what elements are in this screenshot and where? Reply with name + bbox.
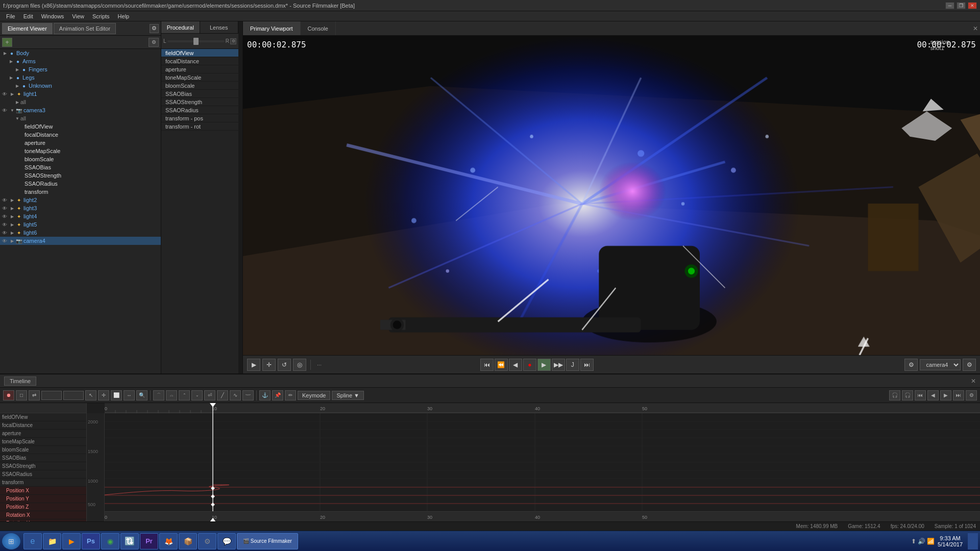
tree-item-focalDistance[interactable]: focalDistance	[0, 131, 161, 139]
proc-item-fieldOfView[interactable]: fieldOfView	[161, 49, 238, 57]
prev-frame-button[interactable]: ⏪	[495, 359, 508, 371]
headphones-right-button[interactable]: 🎧	[902, 390, 913, 400]
move-button[interactable]: ✛	[98, 390, 109, 400]
ease-out-button[interactable]: ⌓	[166, 390, 177, 400]
slider-settings-button[interactable]: ⚙	[230, 38, 236, 44]
expand-arrow[interactable]: ▶	[9, 205, 15, 211]
expand-arrow[interactable]: ▶	[14, 83, 20, 89]
tree-item-toneMapScale[interactable]: toneMapScale	[0, 147, 161, 155]
eye-icon[interactable]: 👁	[2, 214, 9, 219]
menu-windows[interactable]: Windows	[37, 11, 68, 21]
tree-item-light5[interactable]: 👁 ▶ ✦ light5	[0, 220, 161, 229]
camera-settings-button[interactable]: ⚙	[963, 359, 976, 371]
settings-button[interactable]: ⚙	[904, 359, 918, 371]
tree-item-aperture[interactable]: aperture	[0, 139, 161, 147]
timeline-close-button[interactable]: ✕	[971, 378, 976, 385]
slider-thumb[interactable]	[193, 38, 199, 45]
play-pause-button[interactable]: ▶	[537, 359, 551, 371]
drag-button[interactable]: ⬜	[111, 390, 122, 400]
linear-button[interactable]: ⌄	[191, 390, 203, 400]
restore-button[interactable]: ❐	[957, 2, 966, 9]
settings-button[interactable]: ⚙	[149, 38, 159, 47]
camera-select[interactable]: camera4	[920, 359, 961, 370]
ease-both-button[interactable]: ⌃	[179, 390, 190, 400]
tree-item-all-light1[interactable]: ▶ all	[0, 98, 161, 106]
tree-item-light4[interactable]: 👁 ▶ ✦ light4	[0, 212, 161, 220]
eye-icon[interactable]: 👁	[2, 108, 9, 113]
tree-item-fieldOfView[interactable]: fieldOfView	[0, 122, 161, 131]
tl-input1[interactable]	[41, 391, 62, 400]
expand-arrow[interactable]: ▶	[14, 66, 20, 72]
proc-item-bloomScale[interactable]: bloomScale	[161, 82, 238, 90]
tree-item-light6[interactable]: 👁 ▶ ✦ light6	[0, 229, 161, 237]
tab-lenses[interactable]: Lenses	[200, 21, 239, 33]
taskbar-app-ie[interactable]: e	[23, 533, 42, 549]
expand-arrow[interactable]: ▶	[9, 197, 15, 203]
headphones-left-button[interactable]: 🎧	[889, 390, 900, 400]
proc-item-SSAORadius[interactable]: SSAORadius	[161, 106, 238, 114]
eye-icon[interactable]: 👁	[2, 230, 9, 236]
tree-item-camera4[interactable]: 👁 ▶ 📷 camera4	[0, 237, 161, 245]
tree-item-light1[interactable]: 👁 ▶ ✦ light1	[0, 90, 161, 98]
next-button[interactable]: ▶▶	[552, 359, 565, 371]
proc-scrollbar[interactable]	[238, 21, 242, 373]
eye-icon[interactable]: 👁	[2, 206, 9, 211]
next-key-tl-button[interactable]: ⏭	[953, 390, 964, 400]
taskbar-sfm-active[interactable]: 🎬 Source Filmmaker	[237, 533, 298, 549]
tl-settings-button[interactable]: ⚙	[966, 390, 977, 400]
resize-button[interactable]: ↔	[124, 390, 135, 400]
close-button[interactable]: ✕	[968, 2, 977, 9]
expand-arrow[interactable]: ▶	[9, 238, 15, 244]
cursor-button[interactable]: ↖	[85, 390, 96, 400]
tl-input2[interactable]	[63, 391, 84, 400]
expand-arrow[interactable]: ▼	[9, 107, 15, 113]
volume-icon[interactable]: 🔊	[918, 538, 925, 545]
tree-item-SSAOStrength[interactable]: SSAOStrength	[0, 171, 161, 180]
tree-item-fingers[interactable]: ▶ ● Fingers	[0, 65, 161, 73]
menu-file[interactable]: File	[2, 11, 19, 21]
tab-element-viewer[interactable]: Element Viewer	[2, 23, 53, 34]
proc-item-toneMapScale[interactable]: toneMapScale	[161, 73, 238, 82]
eye-icon[interactable]: 👁	[2, 238, 9, 244]
taskbar-app-chrome[interactable]: ◉	[101, 533, 119, 549]
tree-item-transform[interactable]: transform	[0, 188, 161, 196]
menu-help[interactable]: Help	[114, 11, 134, 21]
record-button[interactable]: ●	[523, 359, 536, 371]
transform-button[interactable]: ✛	[262, 359, 276, 371]
minimize-button[interactable]: ─	[945, 2, 954, 9]
panel-settings-button[interactable]: ⚙	[150, 24, 159, 33]
expand-arrow[interactable]: ▶	[9, 213, 15, 219]
taskbar-app-discord[interactable]: 💬	[217, 533, 236, 549]
tangent-button[interactable]: ╱	[217, 390, 228, 400]
camera-button[interactable]: ◎	[293, 359, 306, 371]
step-back-button[interactable]: ◀	[509, 359, 522, 371]
taskbar-app-steam[interactable]: 📦	[179, 533, 197, 549]
show-desktop-button[interactable]	[968, 533, 978, 549]
spline-button[interactable]: Spline ▼	[332, 391, 364, 400]
next-frame-tl-button[interactable]: ▶	[940, 390, 951, 400]
anchor-button[interactable]: ⚓	[259, 390, 271, 400]
tl-record-button[interactable]: ⏺	[3, 390, 14, 400]
prev-key-button[interactable]: ⏮	[915, 390, 926, 400]
tree-item-legs[interactable]: ▶ ● Legs	[0, 73, 161, 82]
zoom-button[interactable]: 🔍	[136, 390, 148, 400]
proc-item-aperture[interactable]: aperture	[161, 65, 238, 73]
taskbar-app-firefox[interactable]: 🦊	[159, 533, 178, 549]
keymode-button[interactable]: Keymode	[298, 391, 330, 400]
taskbar-app-premiere[interactable]: Pr	[140, 533, 158, 549]
eye-icon[interactable]: 👁	[2, 197, 9, 203]
pin-button[interactable]: 📌	[272, 390, 283, 400]
fast-forward-button[interactable]: ⏭	[580, 359, 594, 371]
tree-item-all-camera3[interactable]: ▼ all	[0, 114, 161, 122]
expand-arrow[interactable]: ▼	[14, 115, 20, 121]
menu-edit[interactable]: Edit	[19, 11, 37, 21]
tree-item-light2[interactable]: 👁 ▶ ✦ light2	[0, 196, 161, 204]
play-button[interactable]: ▶	[247, 359, 260, 371]
step-button[interactable]: ⏎	[204, 390, 215, 400]
rotate-button[interactable]: ↺	[278, 359, 291, 371]
slider-track[interactable]	[167, 40, 225, 42]
expand-arrow[interactable]: ▶	[2, 50, 8, 56]
prev-frame-tl-button[interactable]: ◀	[927, 390, 939, 400]
tree-item-SSAORadius[interactable]: SSAORadius	[0, 180, 161, 188]
tl-mode1-button[interactable]: □	[16, 390, 27, 400]
